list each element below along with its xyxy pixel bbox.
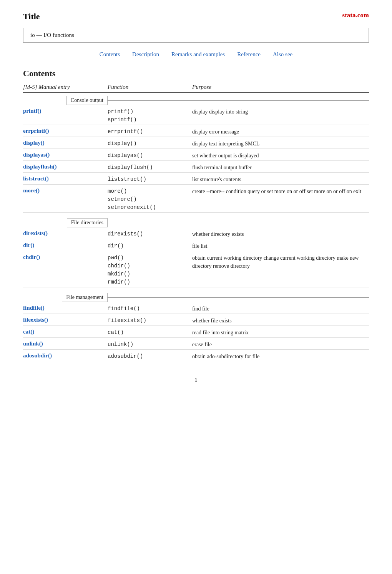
page-header: Title stata.com	[23, 12, 369, 22]
func-link-displayflush[interactable]: displayflush()	[23, 164, 108, 170]
func-link-fileexists[interactable]: fileexists()	[23, 317, 108, 323]
table-row: displayflush() displayflush() flush term…	[23, 161, 369, 173]
col-manual: [M-5] Manual entry	[23, 84, 108, 90]
func-link-errprintf[interactable]: errprintf()	[23, 128, 108, 134]
func-desc-cat: read file into string matrix	[192, 329, 369, 337]
func-link-dir[interactable]: dir()	[23, 242, 108, 249]
table-row: displayas() displayas() set whether outp…	[23, 149, 369, 161]
func-code-unlink: unlink()	[108, 340, 192, 349]
func-desc-displayas: set whether output is displayed	[192, 152, 369, 160]
col-function: Function	[108, 84, 192, 90]
func-code-adosubdir: adosubdir()	[108, 352, 192, 360]
table-row: direxists() direxists() whether director…	[23, 227, 369, 239]
table-row: chdir() pwd() chdir() mkdir() rmdir() ob…	[23, 251, 369, 287]
divider-line-filemgmt	[108, 297, 369, 298]
func-code-dir: dir()	[108, 242, 192, 250]
func-desc-chdir: obtain current working directory change …	[192, 254, 369, 270]
func-link-display[interactable]: display()	[23, 140, 108, 146]
func-link-chdir[interactable]: chdir()	[23, 254, 108, 260]
func-desc-displayflush: flush terminal output buffer	[192, 164, 369, 172]
tab-also-see[interactable]: Also see	[273, 51, 292, 58]
table-row: findfile() findfile() find file	[23, 302, 369, 314]
contents-section: Contents [M-5] Manual entry Function Pur…	[23, 68, 369, 361]
page-title: Title	[23, 12, 40, 22]
func-link-direxists[interactable]: direxists()	[23, 230, 108, 237]
divider-filedirs: File directories	[23, 218, 369, 227]
divider-line-console	[108, 100, 369, 101]
func-code-printf: printf() sprintf()	[108, 108, 192, 124]
table-row: liststruct() liststruct() list structure…	[23, 173, 369, 185]
func-desc-findfile: find file	[192, 305, 369, 313]
func-code-displayflush: displayflush()	[108, 164, 192, 172]
divider-filemgmt: File management	[23, 293, 369, 302]
table-row: unlink() unlink() erase file	[23, 338, 369, 350]
func-desc-adosubdir: obtain ado-subdirectory for file	[192, 352, 369, 360]
func-desc-dir: file list	[192, 242, 369, 250]
stata-link[interactable]: stata.com	[342, 12, 369, 19]
table-row: adosubdir() adosubdir() obtain ado-subdi…	[23, 350, 369, 361]
func-link-displayas[interactable]: displayas()	[23, 152, 108, 158]
divider-console: Console output	[23, 96, 369, 105]
contents-heading: Contents	[23, 68, 369, 78]
table-row: more() more() setmore() setmoreonexit() …	[23, 185, 369, 213]
func-desc-more: create --more-- condition query or set m…	[192, 187, 369, 195]
func-code-more: more() setmore() setmoreonexit()	[108, 187, 192, 212]
func-link-liststruct[interactable]: liststruct()	[23, 175, 108, 182]
func-link-adosubdir[interactable]: adosubdir()	[23, 352, 108, 359]
func-link-more[interactable]: more()	[23, 187, 108, 194]
table-row: errprintf() errprintf() display error me…	[23, 125, 369, 137]
func-code-cat: cat()	[108, 329, 192, 337]
func-code-fileexists: fileexists()	[108, 317, 192, 325]
nav-tabs: Contents Description Remarks and example…	[23, 51, 369, 58]
func-link-unlink[interactable]: unlink()	[23, 340, 108, 347]
func-desc-display: display text interpreting SMCL	[192, 140, 369, 148]
func-desc-printf: display display into string	[192, 108, 369, 116]
col-purpose: Purpose	[192, 84, 369, 90]
page-number: 1	[23, 377, 369, 383]
func-code-liststruct: liststruct()	[108, 175, 192, 184]
func-desc-errprintf: display error message	[192, 128, 369, 136]
func-code-errprintf: errprintf()	[108, 128, 192, 136]
func-desc-fileexists: whether file exists	[192, 317, 369, 325]
group-label-console: Console output	[66, 96, 108, 105]
func-desc-liststruct: list structure's contents	[192, 175, 369, 184]
io-box: io — I/O functions	[23, 28, 369, 43]
func-code-display: display()	[108, 140, 192, 148]
table-row: cat() cat() read file into string matrix	[23, 326, 369, 338]
func-code-chdir: pwd() chdir() mkdir() rmdir()	[108, 254, 192, 286]
table-row: dir() dir() file list	[23, 239, 369, 251]
func-desc-direxists: whether directory exists	[192, 230, 369, 238]
tab-contents[interactable]: Contents	[100, 51, 120, 58]
func-code-displayas: displayas()	[108, 152, 192, 160]
func-desc-unlink: erase file	[192, 340, 369, 349]
divider-line-filedirs	[108, 223, 369, 223]
group-label-filedirs: File directories	[67, 218, 108, 227]
func-code-findfile: findfile()	[108, 305, 192, 313]
tab-description[interactable]: Description	[132, 51, 159, 58]
table-row: display() display() display text interpr…	[23, 137, 369, 149]
tab-reference[interactable]: Reference	[237, 51, 261, 58]
func-link-printf[interactable]: printf()	[23, 108, 108, 114]
func-link-findfile[interactable]: findfile()	[23, 305, 108, 311]
func-code-direxists: direxists()	[108, 230, 192, 238]
table-row: printf() printf() sprintf() display disp…	[23, 105, 369, 125]
table-row: fileexists() fileexists() whether file e…	[23, 314, 369, 326]
tab-remarks[interactable]: Remarks and examples	[171, 51, 225, 58]
func-link-cat[interactable]: cat()	[23, 329, 108, 335]
table-header: [M-5] Manual entry Function Purpose	[23, 84, 369, 93]
group-label-filemgmt: File management	[62, 293, 108, 302]
